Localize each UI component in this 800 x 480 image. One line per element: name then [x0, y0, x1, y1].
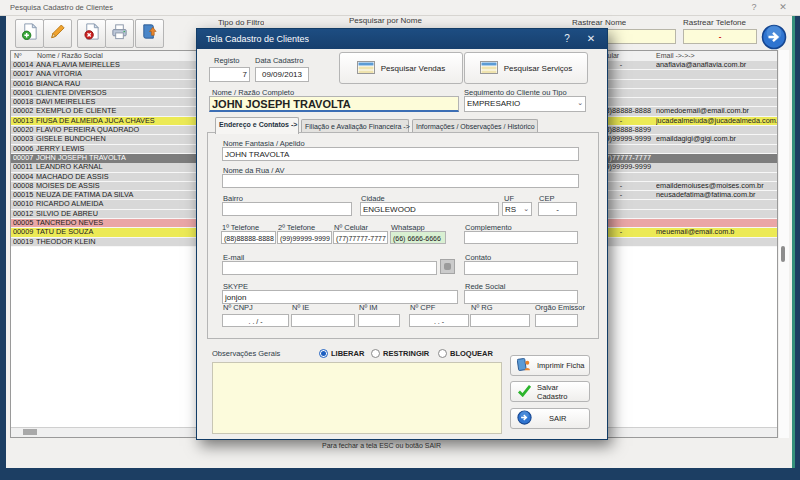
rastrear-nome-input[interactable] — [602, 29, 676, 44]
pesquisar-vendas-label: Pesquisar Vendas — [381, 64, 446, 73]
bairro-field[interactable] — [222, 202, 352, 216]
cell-num: 00015 — [13, 191, 35, 200]
cell-num: 00016 — [13, 80, 35, 89]
tab-filiacao-financeira[interactable]: Filiação e Avaliação Financeira -> — [301, 119, 409, 133]
screen: Pesquisa Cadastro de Clientes ? ✕ Tipo d… — [0, 0, 800, 480]
rastrear-nome-label: Rastrear Nome — [572, 18, 626, 27]
new-record-icon — [20, 22, 39, 45]
cnpj-label: Nº CNPJ — [223, 303, 253, 312]
dialog-titlebar[interactable]: Tela Cadastro de Clientes ? ✕ — [197, 29, 607, 49]
h-scroll-thumb[interactable] — [23, 429, 37, 435]
services-table-icon — [480, 61, 498, 76]
search-go-button[interactable] — [761, 24, 787, 53]
dialog-help-button[interactable]: ? — [561, 33, 573, 44]
cep-field[interactable]: - — [538, 202, 577, 216]
observacoes-label: Observações Gerais — [212, 349, 280, 358]
celular-field[interactable]: (77)77777-7777 — [333, 231, 388, 244]
ie-label: Nº IE — [292, 303, 309, 312]
cell-num: 00018 — [13, 98, 35, 107]
rastrear-telefone-input[interactable]: - — [683, 29, 757, 44]
dialog-close-button[interactable]: ✕ — [585, 33, 597, 44]
export-button[interactable] — [135, 19, 164, 48]
cell-num: 00020 — [13, 126, 35, 135]
print-card-icon — [517, 357, 532, 374]
email-action-button[interactable] — [440, 259, 455, 274]
imprimir-ficha-button[interactable]: Imprimir Ficha — [510, 355, 590, 376]
cell-num: 00010 — [13, 200, 35, 209]
observacoes-textarea[interactable] — [212, 362, 502, 434]
radio-restringir[interactable] — [371, 349, 380, 358]
seguimento-value: EMPRESARIO — [467, 99, 520, 108]
registo-field[interactable]: 7 — [209, 67, 250, 82]
edit-pencil-icon — [48, 22, 67, 45]
nome-completo-field[interactable]: JOHN JOSEPH TRAVOLTA — [209, 96, 459, 112]
pesquisar-vendas-button[interactable]: Pesquisar Vendas — [339, 52, 463, 84]
imprimir-ficha-label: Imprimir Ficha — [537, 361, 585, 370]
main-titlebar — [0, 0, 800, 16]
header-email[interactable]: Email ->->-> — [656, 52, 695, 59]
main-close-button[interactable]: ✕ — [777, 2, 789, 12]
uf-select[interactable]: RS ⌄ — [502, 202, 532, 216]
im-label: Nº IM — [359, 303, 378, 312]
data-cadastro-label: Data Cadastro — [255, 56, 303, 65]
cnpj-field[interactable]: . . / - — [222, 314, 289, 327]
cell-num: 00014 — [13, 61, 35, 70]
seguimento-select[interactable]: EMPRESARIO ⌄ — [464, 96, 586, 112]
cell-email: neusadefatima@fatima.com.br — [656, 191, 777, 200]
tel2-field[interactable]: (99)99999-9999 — [277, 231, 332, 244]
v-scroll-thumb[interactable] — [781, 246, 785, 262]
chevron-down-icon: ⌄ — [523, 203, 529, 215]
contato-field[interactable] — [464, 261, 578, 275]
radio-bloquear[interactable] — [438, 349, 447, 358]
registo-label: Registo — [214, 56, 239, 65]
main-help-button[interactable]: ? — [748, 2, 760, 12]
sair-button[interactable]: SAIR — [510, 408, 590, 429]
tab-informacoes-historico[interactable]: Informações / Observações / Histórico — [412, 119, 538, 133]
cpf-field[interactable]: . . - — [409, 314, 469, 327]
skype-field[interactable]: jonjon — [222, 290, 458, 304]
header-name[interactable]: Nome / Razão Social — [37, 52, 103, 59]
rede-social-field[interactable] — [464, 290, 578, 304]
cell-num: 00004 — [13, 173, 35, 182]
new-record-button[interactable] — [15, 19, 44, 48]
print-button[interactable] — [105, 19, 134, 48]
edit-record-button[interactable] — [43, 19, 72, 48]
radio-liberar[interactable] — [319, 349, 328, 358]
cell-num: 00009 — [13, 228, 35, 237]
rua-field[interactable] — [222, 174, 579, 188]
cell-num: 00006 — [13, 145, 35, 154]
orgao-emissor-field[interactable] — [535, 314, 578, 327]
dialog-title: Tela Cadastro de Clientes — [206, 34, 309, 44]
pesquisar-servicos-label: Pesquisar Serviços — [504, 64, 572, 73]
nome-fantasia-field[interactable]: JOHN TRAVOLTA — [222, 147, 579, 161]
cell-email: emaildagigi@gigi.com.br — [656, 135, 777, 144]
vertical-scrollbar[interactable] — [779, 50, 789, 438]
chevron-down-icon: ⌄ — [577, 97, 583, 109]
salvar-cadastro-button[interactable]: Salvar Cadastro — [510, 381, 590, 402]
cell-num: 00002 — [13, 107, 35, 116]
cell-email: jucadealmeiuda@jucadealmeda.com.br — [656, 117, 777, 126]
desktop-bottom-strip — [0, 468, 800, 480]
radio-bloquear-label: BLOQUEAR — [450, 349, 493, 358]
tab-endereco-contatos[interactable]: Endereço e Contatos -> — [215, 117, 299, 134]
ie-field[interactable] — [291, 314, 355, 327]
pesquisar-servicos-button[interactable]: Pesquisar Serviços — [464, 52, 588, 84]
cell-num: 00008 — [13, 182, 35, 191]
whatsapp-field[interactable]: (66) 6666-6666 — [390, 231, 446, 244]
header-num[interactable]: Nº — [14, 52, 22, 59]
cell-email: nomedoemail@email.com.br — [656, 107, 777, 116]
delete-record-button[interactable] — [77, 19, 106, 48]
complemento-field[interactable] — [464, 231, 578, 244]
radio-restringir-label: RESTRINGIR — [383, 349, 429, 358]
cidade-field[interactable]: ENGLEWOOD — [360, 202, 499, 216]
window-edge-accent — [792, 16, 795, 468]
cell-email: emaildemoiuses@moises.com.br — [656, 182, 777, 191]
cell-num: 00012 — [13, 210, 35, 219]
tel1-field[interactable]: (88)88888-8888 — [221, 231, 276, 244]
rg-field[interactable] — [470, 314, 530, 327]
tipo-filtro-label: Tipo do Filtro — [218, 18, 264, 27]
email-field[interactable] — [222, 261, 437, 275]
cell-num: 00013 — [13, 117, 35, 126]
data-cadastro-field[interactable]: 09/09/2013 — [255, 67, 309, 82]
im-field[interactable] — [358, 314, 400, 327]
